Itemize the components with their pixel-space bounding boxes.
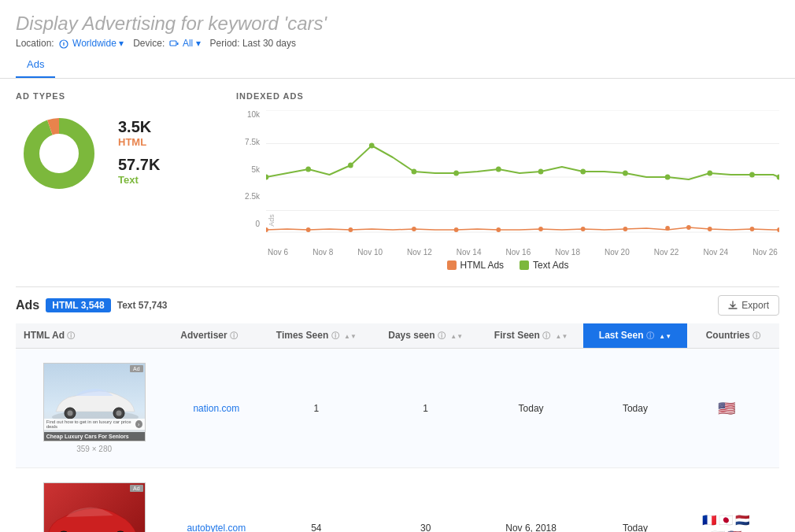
- flag-fr: 🇫🇷: [702, 513, 717, 527]
- col-first-seen[interactable]: First Seen ⓘ ▲▼: [479, 323, 583, 349]
- ad-badge-1: Ad: [130, 365, 143, 372]
- ad-types-panel: AD TYPES 3.5K HTML 57.7K Text: [16, 91, 205, 271]
- svg-point-43: [116, 411, 121, 416]
- ad-cell-1: Ad: [16, 349, 172, 468]
- svg-point-20: [623, 171, 628, 176]
- ads-title-group: Ads HTML 3,548 Text 57,743: [16, 298, 168, 312]
- ad-title-1: Cheap Luxury Cars For Seniors: [44, 432, 145, 441]
- col-first-seen-info[interactable]: ⓘ: [542, 331, 550, 340]
- col-countries-info[interactable]: ⓘ: [752, 331, 760, 340]
- countries-cell-1: 🇺🇸: [687, 349, 779, 468]
- location-label: Location:: [16, 38, 54, 49]
- flag-us-1: 🇺🇸: [718, 400, 735, 417]
- advertiser-link-1[interactable]: nation.com: [193, 403, 239, 414]
- title-keyword: 'cars': [284, 13, 327, 34]
- tabs-bar: Ads: [0, 52, 795, 79]
- first-seen-sort[interactable]: ▲▼: [556, 333, 568, 340]
- y-label-7.5k: 7.5k: [245, 138, 260, 146]
- svg-point-37: [750, 227, 755, 231]
- html-label: HTML: [118, 136, 160, 148]
- svg-point-21: [665, 175, 671, 180]
- ads-table: HTML Ad ⓘ Advertiser ⓘ Times Seen ⓘ ▲▼ D…: [16, 323, 779, 532]
- title-prefix: Display Advertising for keyword: [16, 13, 284, 34]
- export-button[interactable]: Export: [718, 295, 779, 316]
- badge-text[interactable]: Text 57,743: [117, 300, 168, 311]
- col-countries[interactable]: Countries ⓘ: [687, 323, 779, 349]
- legend-html: HTML Ads: [447, 260, 505, 271]
- advertiser-cell-2: autobytel.com: [172, 468, 260, 533]
- svg-point-16: [453, 171, 459, 176]
- svg-text:Ads: Ads: [268, 214, 275, 227]
- svg-point-29: [454, 227, 459, 232]
- last-seen-cell-1: Today: [583, 349, 687, 468]
- col-times-seen[interactable]: Times Seen ⓘ ▲▼: [260, 323, 372, 349]
- ad-stats: 3.5K HTML 57.7K Text: [118, 118, 160, 189]
- text-label: Text: [118, 174, 160, 186]
- first-seen-cell-2: Nov 6, 2018: [479, 468, 583, 533]
- ad-thumbnail-1[interactable]: Ad: [43, 363, 146, 441]
- col-advertiser[interactable]: Advertiser ⓘ: [172, 323, 260, 349]
- svg-point-12: [305, 167, 311, 172]
- page-subtitle: Location: Worldwide ▾ Device: All ▾ Peri…: [16, 38, 779, 49]
- days-seen-cell-1: 1: [372, 349, 479, 468]
- svg-point-25: [266, 227, 268, 232]
- flag-us-2: 🇺🇸: [727, 529, 742, 533]
- flag-nl: 🇳🇱: [735, 513, 750, 527]
- badge-html[interactable]: HTML 3,548: [46, 298, 110, 312]
- table-row: Ad: [16, 468, 779, 533]
- svg-rect-2: [177, 42, 179, 45]
- svg-point-33: [623, 227, 628, 231]
- col-days-seen[interactable]: Days seen ⓘ ▲▼: [372, 323, 479, 349]
- svg-point-38: [777, 227, 779, 232]
- first-seen-cell-1: Today: [479, 349, 583, 468]
- col-last-seen[interactable]: Last Seen ⓘ ▲▼: [583, 323, 687, 349]
- ad-preview-2: Ad: [24, 475, 165, 532]
- x-axis: Nov 6 Nov 8 Nov 10 Nov 12 Nov 14 Nov 16 …: [266, 248, 779, 257]
- ad-preview-1: Ad: [24, 355, 165, 461]
- advertiser-link-2[interactable]: autobytel.com: [187, 523, 246, 533]
- location-dropdown[interactable]: Worldwide ▾: [59, 38, 124, 49]
- times-seen-cell-2: 54: [260, 468, 372, 533]
- donut-chart: [16, 110, 102, 197]
- svg-point-13: [348, 163, 353, 168]
- chart-legend: HTML Ads Text Ads: [236, 260, 779, 271]
- tab-ads[interactable]: Ads: [16, 52, 55, 78]
- device-dropdown[interactable]: All ▾: [169, 38, 200, 49]
- ad-badge-2: Ad: [130, 485, 143, 492]
- svg-point-32: [581, 227, 586, 231]
- days-seen-sort[interactable]: ▲▼: [450, 333, 463, 340]
- svg-point-19: [580, 169, 586, 175]
- svg-point-14: [369, 143, 375, 149]
- last-seen-cell-2: Today: [583, 468, 687, 533]
- ad-cell-2: Ad: [16, 468, 172, 533]
- col-last-seen-info[interactable]: ⓘ: [646, 331, 654, 340]
- y-label-2.5k: 2.5k: [245, 192, 260, 201]
- col-html-ad-info[interactable]: ⓘ: [67, 331, 75, 340]
- col-times-seen-info[interactable]: ⓘ: [331, 331, 339, 340]
- y-label-0: 0: [255, 220, 260, 228]
- ad-thumbnail-2[interactable]: Ad: [43, 482, 146, 532]
- svg-point-28: [412, 227, 416, 231]
- svg-point-30: [496, 227, 501, 232]
- col-days-seen-info[interactable]: ⓘ: [438, 331, 446, 340]
- col-html-ad[interactable]: HTML Ad ⓘ: [16, 323, 172, 349]
- countries-cell-2: 🇫🇷 🇯🇵 🇳🇱 🇷🇺 🇺🇸: [687, 468, 779, 533]
- y-label-5k: 5k: [251, 165, 260, 174]
- svg-point-17: [496, 167, 501, 172]
- ads-header: Ads HTML 3,548 Text 57,743 Export: [16, 295, 779, 316]
- page-title: Display Advertising for keyword 'cars': [16, 13, 779, 35]
- ad-size-1: 359 × 280: [76, 445, 112, 453]
- legend-text: Text Ads: [520, 260, 568, 271]
- last-seen-sort[interactable]: ▲▼: [659, 333, 671, 340]
- text-count: 57.7K: [118, 156, 160, 174]
- device-label: Device:: [133, 38, 165, 49]
- table-header: HTML Ad ⓘ Advertiser ⓘ Times Seen ⓘ ▲▼ D…: [16, 323, 779, 349]
- legend-html-label: HTML Ads: [460, 260, 505, 271]
- main-content: AD TYPES 3.5K HTML 57.7K Text: [0, 79, 795, 532]
- col-advertiser-info[interactable]: ⓘ: [230, 331, 238, 340]
- times-seen-sort[interactable]: ▲▼: [344, 333, 357, 340]
- top-section: AD TYPES 3.5K HTML 57.7K Text: [16, 91, 779, 271]
- svg-point-26: [306, 227, 311, 232]
- indexed-ads-panel: INDEXED ADS 10k 7.5k 5k 2.5k 0: [236, 91, 779, 271]
- days-seen-cell-2: 30: [372, 468, 479, 533]
